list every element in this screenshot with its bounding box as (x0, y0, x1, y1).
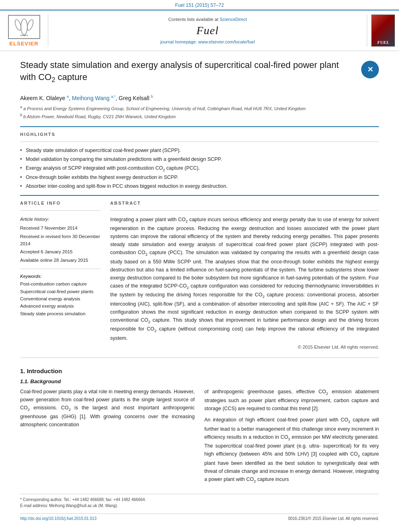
crossmark-icon: ✕ (361, 61, 379, 78)
section-title: 1. Introduction (20, 368, 379, 374)
elsevier-logo-area: ELSEVIER (0, 14, 48, 47)
article-info-header: ARTICLE INFO (20, 201, 101, 205)
cover-thumbnail: FUEL (371, 14, 395, 47)
elsevier-tree-logo (8, 15, 40, 39)
citation-text: Fuel 151 (2015) 57–72 (175, 2, 224, 8)
citation-bar: Fuel 151 (2015) 57–72 (0, 0, 399, 10)
keyword-item: Steady state process simulation (20, 310, 101, 317)
highlights-divider (20, 142, 379, 142)
footer-bar: http://dx.doi.org/10.1016/j.fuel.2015.01… (20, 514, 379, 521)
intro-left-col: Coal-fired power plants play a vital rol… (20, 388, 195, 488)
intro-body: Coal-fired power plants play a vital rol… (20, 388, 379, 488)
article-title: Steady state simulation and exergy analy… (20, 59, 356, 84)
journal-center-info: Contents lists available at ScienceDirec… (48, 14, 367, 47)
homepage-url[interactable]: www.elsevier.com/locate/fuel (198, 39, 255, 44)
keyword-item: Advanced exergy analysis (20, 302, 101, 310)
paper-content: Steady state simulation and exergy analy… (0, 51, 399, 529)
highlight-item: Steady state simulation of supercritical… (20, 147, 379, 154)
authors-line: Akeem K. Olaleye a, Meihong Wang a,*, Gr… (20, 94, 379, 101)
abstract-column: ABSTRACT Integrating a power plant with … (110, 201, 379, 349)
abstract-header: ABSTRACT (110, 201, 379, 205)
history-label: Article history: (20, 216, 101, 223)
highlight-item: Once-through boiler exhibits the highest… (20, 174, 379, 181)
journal-homepage: journal homepage: www.elsevier.com/locat… (160, 39, 255, 44)
corresponding-author[interactable]: Meihong Wang (72, 95, 110, 101)
revised-date: Received in revised form 30 December 201… (20, 233, 101, 248)
crossmark-badge[interactable]: ✕ (361, 61, 379, 78)
divider-bold (20, 126, 379, 127)
elsevier-text: ELSEVIER (9, 41, 38, 47)
article-info-divider (20, 210, 101, 211)
footnote-email: E-mail address: Meihong.Wang@hull.ac.uk … (20, 503, 379, 509)
svg-text:✕: ✕ (367, 66, 373, 74)
keywords-list: Post-combustion carbon capture Supercrit… (20, 280, 101, 317)
journal-name: Fuel (196, 24, 218, 37)
highlight-item: Model validation by comparing the simula… (20, 156, 379, 163)
highlight-item: Absorber inter-cooling and split-flow in… (20, 183, 379, 190)
footnote-area: * Corresponding author. Tel.: +44 1482 4… (20, 494, 379, 509)
section-divider (20, 357, 379, 358)
footer-doi[interactable]: http://dx.doi.org/10.1016/j.fuel.2015.01… (20, 516, 97, 521)
sciencedirect-line: Contents lists available at ScienceDirec… (168, 17, 247, 22)
keyword-item: Post-combustion carbon capture (20, 280, 101, 288)
affiliations: a a Process and Energy Systems Engineeri… (20, 105, 379, 120)
article-info-abstract-area: ARTICLE INFO Article history: Received 7… (20, 201, 379, 349)
article-info-column: ARTICLE INFO Article history: Received 7… (20, 201, 101, 349)
affiliation-a: a a Process and Energy Systems Engineeri… (20, 105, 379, 112)
received-date: Received 7 November 2014 (20, 224, 101, 232)
available-date: Available online 28 January 2015 (20, 257, 101, 264)
keywords-label: Keywords: (20, 274, 101, 279)
footer-issn: 0016-2361/© 2015 Elsevier Ltd. All right… (288, 516, 379, 521)
highlights-list: Steady state simulation of supercritical… (20, 147, 379, 190)
intro-right-col: of anthropogenic greenhouse gases, effec… (204, 388, 379, 488)
highlights-header: HIGHLIGHTS (20, 132, 379, 137)
article-history: Article history: Received 7 November 201… (20, 216, 101, 264)
keyword-item: Supercritical coal-fired power plants (20, 288, 101, 295)
copyright-text: © 2015 Elsevier Ltd. All rights reserved… (110, 345, 379, 349)
introduction-section: 1. Introduction 1.1. Background Coal-fir… (20, 368, 379, 488)
subsection-title: 1.1. Background (20, 378, 379, 384)
divider-bold-2 (20, 195, 379, 196)
abstract-text: Integrating a power plant with CO2 captu… (110, 216, 379, 342)
accepted-date: Accepted 6 January 2015 (20, 248, 101, 255)
affiliation-b: b b Alstom Power, Newbold Road, Rugby, C… (20, 113, 379, 120)
keyword-item: Conventional exergy analysis (20, 295, 101, 302)
keywords-divider (20, 269, 101, 269)
footnote-corresponding: * Corresponding author. Tel.: +44 1482 4… (20, 497, 379, 503)
svg-point-0 (21, 19, 27, 35)
abstract-divider (110, 210, 379, 211)
journal-header: ELSEVIER Contents lists available at Sci… (0, 10, 399, 51)
fuel-cover-image: FUEL (367, 14, 399, 47)
highlight-item: Exergy analysis of SCPP integrated with … (20, 164, 379, 173)
sciencedirect-link[interactable]: ScienceDirect (220, 17, 247, 22)
